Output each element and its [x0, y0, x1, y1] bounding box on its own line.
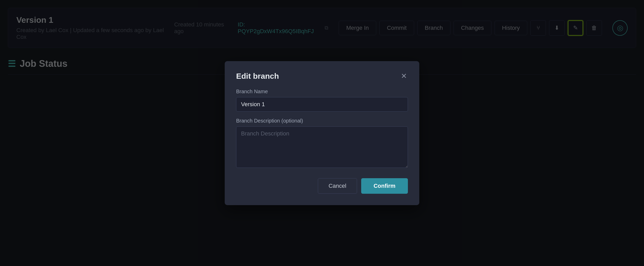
confirm-button[interactable]: Confirm [361, 178, 408, 194]
cancel-button[interactable]: Cancel [318, 178, 357, 194]
modal-footer: Cancel Confirm [236, 178, 408, 194]
modal-close-button[interactable]: ✕ [400, 71, 408, 81]
modal-title: Edit branch [236, 72, 279, 81]
branch-desc-group: Branch Description (optional) [236, 118, 408, 169]
branch-desc-textarea[interactable] [236, 126, 408, 168]
branch-name-group: Branch Name [236, 89, 408, 112]
modal-overlay: Edit branch ✕ Branch Name Branch Descrip… [0, 0, 644, 266]
modal-header: Edit branch ✕ [236, 71, 408, 81]
branch-name-label: Branch Name [236, 89, 408, 95]
edit-branch-modal: Edit branch ✕ Branch Name Branch Descrip… [225, 61, 419, 205]
branch-desc-label: Branch Description (optional) [236, 118, 408, 124]
branch-name-input[interactable] [236, 97, 408, 112]
